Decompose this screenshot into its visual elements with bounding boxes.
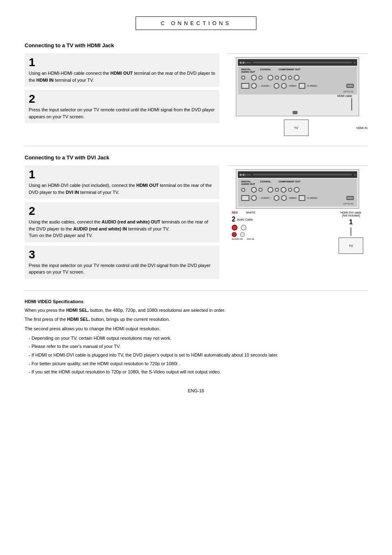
- page-number: ENG-16: [188, 388, 204, 393]
- dvi-conn-comp2: [281, 187, 286, 193]
- conn-comp-sm1: [275, 76, 279, 80]
- dvi-conn-optical: [241, 195, 249, 201]
- divider1: [25, 146, 367, 146]
- audio-in-label: AUDIO IN: [232, 238, 243, 240]
- conn-comp-sm2: [288, 76, 292, 80]
- dvi-conn-comp3: [294, 187, 300, 193]
- dvi-conn-audio-l: [251, 195, 257, 201]
- section-hdmi: Connecting to a TV with HDMI Jack 1 Usin…: [25, 42, 367, 138]
- dvi-digital-audio-label: DIGITALAUDIO OUT: [241, 180, 255, 185]
- dvd-back-panel: DIGITALAUDIO OUT COAXIAL COMPONENT OUT: [238, 67, 357, 94]
- red-label: RED: [232, 211, 238, 214]
- dvi-rw-labels: RED WHITE: [232, 211, 339, 214]
- dvi-step2: 2 Using the audio cables, connect the AU…: [25, 202, 219, 242]
- hdmi-step2-number: 2: [29, 93, 215, 105]
- dvi-conn-video: [281, 195, 287, 201]
- dvi-diagram: DIGITALAUDIO OUT COAXIAL COMPONENT OUT: [228, 166, 367, 282]
- dvi-audio-conns: [232, 225, 339, 230]
- dvi-conn-comp1: [267, 187, 273, 193]
- hdmi-step1-text: Using an HDMI-HDMI cable connect the HDM…: [29, 70, 215, 83]
- dvi-hdmi-area: HDMI-DVI cable (Not Included) 1 TV: [339, 211, 363, 256]
- conn-coaxial: [251, 75, 257, 81]
- hdmi-cable-line: [351, 98, 352, 111]
- dvi-conn-audio-r: [274, 195, 279, 201]
- notes-bullet1: - Depending on your TV, certain HDMI out…: [25, 334, 367, 342]
- dvi-conn-digital: [241, 188, 245, 192]
- tv-label-dvi: TV: [349, 244, 353, 248]
- dvi-cable-line: [350, 228, 351, 236]
- step1-indicator: 1: [349, 219, 353, 226]
- conn-comp2: [281, 75, 286, 81]
- hdmi-steps: 1 Using an HDMI-HDMI cable connect the H…: [25, 53, 219, 138]
- section-hdmi-title: Connecting to a TV with HDMI Jack: [25, 42, 367, 48]
- dvi-red-white-area: RED WHITE 2 Audio Cable: [232, 211, 339, 241]
- dvi-dvd-device: DIGITALAUDIO OUT COAXIAL COMPONENT OUT: [236, 169, 359, 209]
- notes-section: HDMI VIDEO Specifications When you press…: [25, 299, 367, 376]
- white-conn1: [241, 225, 247, 230]
- dvi-connectors-row2: ←AUDIO→ VIDEO S-VIDEO: [240, 194, 355, 202]
- notes-bullet2: - Please refer to the user's manual of y…: [25, 343, 367, 350]
- conn-video: [281, 83, 287, 89]
- digital-audio-out-label: DIGITALAUDIO OUT: [241, 68, 255, 73]
- dvd-dot1: [240, 62, 242, 64]
- dvi-step1-number: 1: [29, 169, 215, 180]
- hdmi-cable-conn: [293, 111, 297, 114]
- section-hdmi-block: 1 Using an HDMI-HDMI cable connect the H…: [25, 53, 367, 138]
- dvi-conn-coax-sm: [258, 188, 263, 192]
- dvi-step2-number: 2: [29, 205, 215, 217]
- hdmi-dvi-cable-label: HDMI-DVI cable (Not Included): [339, 211, 363, 217]
- dvd-dot6: [354, 62, 355, 63]
- notes-line1: When you press the HDMI SEL. button, the…: [25, 306, 367, 314]
- dvd-dot3: [245, 62, 247, 63]
- notes-bullet3: - If HDMI or HDMI-DVI cable is plugged i…: [25, 351, 367, 359]
- notes-line2: The first press of the HDMI SEL. button,…: [25, 315, 367, 323]
- dvi-step1: 1 Using an HDMI-DVI cable (not included)…: [25, 166, 219, 199]
- dvi-conn-comp-sm1: [275, 188, 279, 192]
- connectors-row2: ←AUDIO→ VIDEO S-VIDEO: [240, 82, 355, 90]
- hdmi-cable-visual: HDMI cable: [238, 94, 357, 114]
- conn-digital-audio: [241, 76, 245, 80]
- dvi-component-out-label: COMPONENT OUT: [279, 180, 300, 185]
- conn-svideo: [299, 83, 305, 89]
- dvi-step3-number: 3: [29, 249, 215, 260]
- notes-bullet4: - For better picture quality, set the HD…: [25, 360, 367, 368]
- dvi-dot1: [240, 174, 242, 176]
- dvi-connectors-row1: [240, 186, 355, 193]
- dvi-step1-text: Using an HDMI-DVI cable (not included), …: [29, 182, 215, 196]
- hdmi-diagram: DIGITALAUDIO OUT COAXIAL COMPONENT OUT: [228, 53, 367, 138]
- dvi-in-label: DVI IN: [247, 238, 254, 240]
- red-conn2: [232, 232, 237, 237]
- dvi-audio-conns2: [232, 232, 339, 237]
- dvi-back-panel: DIGITALAUDIO OUT COAXIAL COMPONENT OUT: [238, 179, 357, 207]
- page-header: C ONNECTIONS: [25, 16, 367, 30]
- dvi-optical-label: OPTICAL: [240, 203, 355, 205]
- hdmi-cable-label: HDMI cable: [238, 94, 352, 97]
- hdmi-step2: 2 Press the input selector on your TV re…: [25, 90, 219, 123]
- conn-comp3: [294, 75, 300, 81]
- divider2: [25, 290, 367, 291]
- dvi-conn-comp-sm2: [288, 188, 292, 192]
- dvi-dot5: [249, 174, 251, 175]
- hdmi-tv-area: TV HDMI IN: [228, 118, 367, 138]
- notes-bullet5: - If you set the HDMI output resolution …: [25, 368, 367, 376]
- dvi-step3-text: Press the input selector on your TV remo…: [29, 262, 215, 276]
- hdmi-step2-text: Press the input selector on your TV remo…: [29, 106, 215, 120]
- tv-label-hdmi: TV: [294, 126, 298, 130]
- hdmi-in-label: HDMI IN: [356, 127, 367, 129]
- dvi-dot6: [354, 174, 355, 175]
- dvi-conn-hdmi: [346, 196, 354, 200]
- tv-box-hdmi: TV: [284, 120, 309, 136]
- section-dvi-title: Connecting to a TV with DVI Jack: [25, 154, 367, 161]
- red-conn1: [232, 225, 238, 230]
- page-footer: ENG-16: [25, 388, 367, 393]
- white-conn2: [240, 232, 245, 237]
- dvi-dvd-top: [238, 171, 357, 178]
- dvi-coaxial-label: COAXIAL: [260, 180, 271, 185]
- dvd-dot4: [247, 62, 249, 63]
- conn-hdmi: [346, 84, 354, 88]
- dvi-conn-svideo: [299, 195, 305, 201]
- section-dvi-block: 1 Using an HDMI-DVI cable (not included)…: [25, 166, 367, 282]
- dvd-dot2: [242, 62, 244, 64]
- dvi-step3: 3 Press the input selector on your TV re…: [25, 246, 219, 279]
- conn-coaxial-sm: [258, 76, 263, 80]
